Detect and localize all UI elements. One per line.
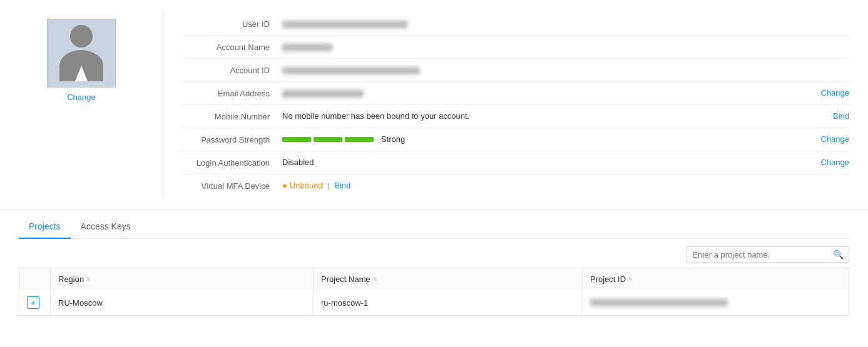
- change-avatar-link[interactable]: Change: [67, 93, 96, 102]
- mfa-separator: |: [327, 181, 332, 190]
- row-project-name: ru-moscow-1: [314, 290, 583, 315]
- profile-divider: [163, 13, 163, 197]
- user-id-value: [282, 19, 849, 28]
- profile-section: Change User ID Account Name Account ID: [0, 0, 868, 210]
- projects-toolbar: 🔍: [19, 239, 849, 268]
- login-auth-change-link[interactable]: Change: [820, 158, 849, 167]
- region-sort-icon[interactable]: ⇅: [86, 276, 91, 282]
- email-value: [282, 88, 802, 98]
- login-auth-value: Disabled: [282, 158, 802, 167]
- mobile-row: Mobile Number No mobile number has been …: [182, 105, 849, 128]
- avatar-figure: [59, 25, 103, 81]
- row-project-name-value: ru-moscow-1: [321, 298, 368, 308]
- user-id-blurred: [282, 21, 407, 28]
- row-expand-col: +: [19, 290, 51, 315]
- mfa-row: Virtual MFA Device Unbound | Bind: [182, 174, 849, 197]
- mobile-value: No mobile number has been bound to your …: [282, 111, 814, 121]
- password-strength-text: Strong: [381, 134, 405, 144]
- mfa-value: Unbound | Bind: [282, 181, 849, 190]
- mobile-label: Mobile Number: [182, 111, 282, 121]
- col-project-id-label: Project ID: [590, 274, 626, 284]
- password-bar-2: [314, 137, 342, 142]
- row-project-id: [583, 290, 849, 315]
- avatar-head: [70, 25, 93, 48]
- project-id-sort-icon[interactable]: ⇅: [628, 276, 633, 282]
- password-row: Password Strength Strong Change: [182, 128, 849, 151]
- row-region: RU-Moscow: [51, 290, 314, 315]
- col-project-name-label: Project Name: [321, 274, 370, 284]
- project-name-sort-icon[interactable]: ⇅: [373, 276, 377, 282]
- profile-info: User ID Account Name Account ID Email Ad…: [182, 13, 849, 197]
- table-header: Region ⇅ Project Name ⇅ Project ID ⇅: [19, 268, 849, 290]
- email-blurred: [282, 90, 364, 98]
- account-id-blurred: [282, 67, 420, 74]
- email-label: Email Address: [182, 88, 282, 98]
- col-header-project-id: Project ID ⇅: [583, 268, 849, 290]
- password-label: Password Strength: [182, 134, 282, 144]
- tab-access-keys[interactable]: Access Keys: [71, 216, 141, 238]
- row-region-value: RU-Moscow: [58, 298, 103, 308]
- password-change-link[interactable]: Change: [820, 134, 849, 144]
- login-auth-status: Disabled: [282, 158, 314, 167]
- account-name-label: Account Name: [182, 42, 282, 52]
- avatar-column: Change: [19, 13, 144, 197]
- col-header-region: Region ⇅: [51, 268, 314, 290]
- account-name-row: Account Name: [182, 36, 849, 59]
- tab-projects[interactable]: Projects: [19, 216, 71, 239]
- project-search-box[interactable]: 🔍: [687, 246, 849, 263]
- avatar-collar: [75, 66, 88, 81]
- user-id-row: User ID: [182, 13, 849, 36]
- login-auth-row: Login Authentication Disabled Change: [182, 151, 849, 174]
- tabs-bar: Projects Access Keys: [19, 210, 849, 239]
- email-change-link[interactable]: Change: [820, 88, 849, 98]
- search-icon: 🔍: [833, 249, 844, 259]
- col-header-expand: [19, 268, 51, 290]
- expand-button[interactable]: +: [27, 296, 39, 309]
- table-row: + RU-Moscow ru-moscow-1: [19, 290, 849, 316]
- project-search-input[interactable]: [692, 250, 833, 259]
- password-bar-3: [345, 137, 374, 142]
- password-bars: Strong: [282, 134, 802, 144]
- login-auth-label: Login Authentication: [182, 158, 282, 168]
- avatar-body: [59, 50, 103, 81]
- mfa-label: Virtual MFA Device: [182, 181, 282, 191]
- mobile-bind-link[interactable]: Bind: [833, 111, 849, 121]
- password-bar-1: [282, 137, 311, 142]
- account-id-row: Account ID: [182, 59, 849, 82]
- account-name-value: [282, 42, 849, 51]
- mfa-unbound-text: Unbound: [282, 181, 323, 190]
- col-region-label: Region: [58, 274, 84, 284]
- user-id-label: User ID: [182, 19, 282, 29]
- bottom-section: Projects Access Keys 🔍 Region ⇅ Project …: [0, 210, 868, 316]
- col-header-project-name: Project Name ⇅: [314, 268, 583, 290]
- email-row: Email Address Change: [182, 82, 849, 105]
- password-value: Strong: [282, 134, 802, 144]
- account-id-value: [282, 65, 849, 74]
- account-name-blurred: [282, 44, 332, 51]
- row-project-id-blurred: [590, 299, 728, 306]
- account-id-label: Account ID: [182, 65, 282, 75]
- mfa-bind-link[interactable]: Bind: [334, 181, 350, 190]
- avatar: [47, 19, 116, 88]
